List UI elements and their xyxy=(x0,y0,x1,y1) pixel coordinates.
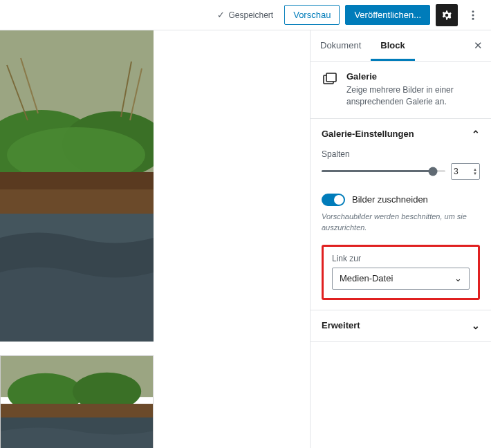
settings-sidebar: Dokument Block ✕ Galerie Zeige mehrere B… xyxy=(310,30,491,448)
gear-icon xyxy=(441,9,453,21)
gallery-image-small[interactable] xyxy=(0,355,154,448)
editor-topbar: ✓ Gespeichert Vorschau Veröffentlichen..… xyxy=(0,0,491,30)
kebab-icon xyxy=(467,9,479,21)
saved-status: ✓ Gespeichert xyxy=(217,10,273,20)
block-description: Zeige mehrere Bilder in einer ansprechen… xyxy=(346,84,480,109)
close-icon: ✕ xyxy=(474,39,483,51)
saved-label: Gespeichert xyxy=(228,10,273,20)
svg-point-1 xyxy=(472,14,474,16)
sidebar-tabs: Dokument Block ✕ xyxy=(311,30,491,62)
block-card: Galerie Zeige mehrere Bilder in einer an… xyxy=(311,62,491,119)
gallery-settings-panel: Galerie-Einstellungen ⌃ Spalten 3 ▲▼ xyxy=(311,119,491,310)
close-sidebar-button[interactable]: ✕ xyxy=(465,32,491,59)
linkto-select[interactable]: Medien-Datei ⌄ xyxy=(332,268,470,290)
columns-slider[interactable] xyxy=(322,170,445,172)
block-title: Galerie xyxy=(346,71,480,82)
svg-point-0 xyxy=(472,10,474,12)
columns-value: 3 xyxy=(454,167,458,176)
crop-toggle-label: Bilder zuschneiden xyxy=(352,194,428,205)
columns-number-input[interactable]: 3 ▲▼ xyxy=(451,163,480,180)
advanced-heading: Erweitert xyxy=(322,320,360,330)
tab-document[interactable]: Dokument xyxy=(311,30,371,61)
tab-block[interactable]: Block xyxy=(371,30,414,61)
more-options-button[interactable] xyxy=(463,4,483,26)
linkto-label: Link zur xyxy=(332,254,470,263)
gallery-image-large[interactable] xyxy=(0,30,154,342)
gallery-icon xyxy=(322,71,338,88)
number-spinner-icon[interactable]: ▲▼ xyxy=(473,167,477,176)
linkto-highlight: Link zur Medien-Datei ⌄ xyxy=(322,245,480,300)
advanced-panel: Erweitert ⌄ xyxy=(311,310,491,342)
svg-rect-21 xyxy=(326,73,336,82)
chevron-down-icon: ⌄ xyxy=(472,320,480,331)
editor-canvas[interactable] xyxy=(0,30,310,448)
publish-button[interactable]: Veröffentlichen... xyxy=(345,5,430,25)
chevron-up-icon: ⌃ xyxy=(472,129,480,140)
crop-toggle[interactable] xyxy=(322,194,345,206)
crop-help-text: Vorschaubilder werden beschnitten, um si… xyxy=(322,212,480,234)
columns-label: Spalten xyxy=(322,149,480,159)
chevron-down-icon: ⌄ xyxy=(454,273,462,283)
check-icon: ✓ xyxy=(217,10,225,20)
slider-thumb[interactable] xyxy=(429,167,438,176)
gallery-settings-toggle[interactable]: Galerie-Einstellungen ⌃ xyxy=(322,129,480,140)
linkto-value: Medien-Datei xyxy=(340,273,393,283)
preview-button[interactable]: Vorschau xyxy=(284,5,340,25)
settings-button[interactable] xyxy=(436,4,458,26)
svg-point-2 xyxy=(472,17,474,19)
advanced-toggle[interactable]: Erweitert ⌄ xyxy=(322,320,480,331)
gallery-settings-heading: Galerie-Einstellungen xyxy=(322,129,414,139)
